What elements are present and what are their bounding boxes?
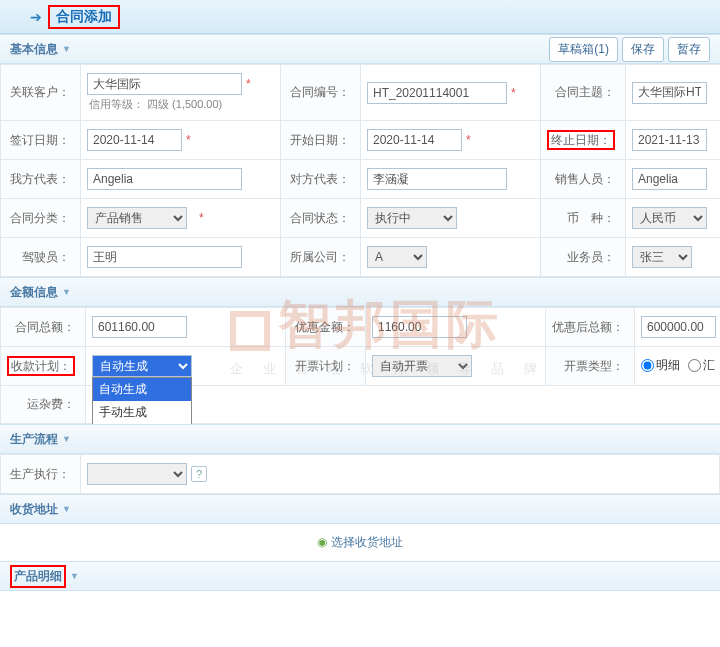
arrow-circle-icon: ◉: [317, 535, 327, 549]
label-end-date: 终止日期：: [547, 130, 615, 150]
chevron-down-icon: ▼: [70, 571, 79, 581]
dropdown-option[interactable]: 自动生成: [93, 378, 191, 401]
invoice-type-summary-radio[interactable]: [688, 359, 701, 372]
arrow-right-icon: ➔: [30, 9, 42, 25]
contract-no-input[interactable]: [367, 82, 507, 104]
basic-info-table: 关联客户： * 信用等级： 四级 (1,500.00) 合同编号： * 合同主题…: [0, 64, 720, 277]
section-label: 金额信息: [10, 284, 58, 301]
label-invoice-type: 开票类型：: [546, 347, 635, 386]
chevron-down-icon: ▼: [62, 287, 71, 297]
start-date-input[interactable]: [367, 129, 462, 151]
page-header: ➔ 合同添加: [0, 0, 720, 34]
select-address-link[interactable]: ◉选择收货地址: [0, 524, 720, 561]
section-shipaddr[interactable]: 收货地址 ▼: [0, 494, 720, 524]
label-after-discount: 优惠后总额：: [546, 308, 635, 347]
invoice-type-detail-radio[interactable]: [641, 359, 654, 372]
save-button[interactable]: 保存: [622, 37, 664, 62]
help-icon[interactable]: ?: [191, 466, 207, 482]
label-invoice-plan: 开票计划：: [286, 347, 366, 386]
sign-date-input[interactable]: [87, 129, 182, 151]
customer-input[interactable]: [87, 73, 242, 95]
our-rep-input[interactable]: [87, 168, 242, 190]
invoice-plan-select[interactable]: 自动开票: [372, 355, 472, 377]
exec-select[interactable]: [87, 463, 187, 485]
dropdown-option[interactable]: 手动生成: [93, 401, 191, 424]
clerk-select[interactable]: 张三: [632, 246, 692, 268]
radio-label: 明细: [656, 357, 680, 374]
chevron-down-icon: ▼: [62, 504, 71, 514]
company-select[interactable]: A: [367, 246, 427, 268]
end-date-input[interactable]: [632, 129, 707, 151]
label-clerk: 业务员：: [541, 238, 626, 277]
section-process[interactable]: 生产流程 ▼: [0, 424, 720, 454]
label-currency: 币 种：: [541, 199, 626, 238]
status-select[interactable]: 执行中: [367, 207, 457, 229]
label-category: 合同分类：: [1, 199, 81, 238]
after-discount-input[interactable]: [641, 316, 716, 338]
chevron-down-icon: ▼: [62, 434, 71, 444]
receipt-plan-dropdown: 自动生成 手动生成 分期回款 出库自动收款 发货自动收款 开票自动收款 对账手动…: [92, 377, 192, 424]
chevron-down-icon: ▼: [62, 44, 71, 54]
temp-save-button[interactable]: 暂存: [668, 37, 710, 62]
subject-input[interactable]: [632, 82, 707, 104]
section-amount-info[interactable]: 金额信息 ▼: [0, 277, 720, 307]
label-our-rep: 我方代表：: [1, 160, 81, 199]
label-sales: 销售人员：: [541, 160, 626, 199]
discount-input[interactable]: [372, 316, 467, 338]
label-sign-date: 签订日期：: [1, 121, 81, 160]
section-label: 基本信息: [10, 41, 58, 58]
currency-select[interactable]: 人民币: [632, 207, 707, 229]
page-title: 合同添加: [48, 5, 120, 29]
label-driver: 驾驶员：: [1, 238, 81, 277]
driver-input[interactable]: [87, 246, 242, 268]
total-input[interactable]: [92, 316, 187, 338]
label-company: 所属公司：: [281, 238, 361, 277]
label-receipt-plan: 收款计划：: [7, 356, 75, 376]
select-address-label: 选择收货地址: [331, 535, 403, 549]
draft-button[interactable]: 草稿箱(1): [549, 37, 618, 62]
label-freight: 运杂费：: [1, 386, 86, 424]
section-basic-info[interactable]: 基本信息 ▼ 草稿箱(1) 保存 暂存: [0, 34, 720, 64]
label-subject: 合同主题：: [541, 65, 626, 121]
their-rep-input[interactable]: [367, 168, 507, 190]
section-label: 收货地址: [10, 501, 58, 518]
process-table: 生产执行： ?: [0, 454, 720, 494]
label-their-rep: 对方代表：: [281, 160, 361, 199]
credit-value: 四级 (1,500.00): [147, 98, 222, 110]
label-status: 合同状态：: [281, 199, 361, 238]
label-credit: 信用等级：: [89, 98, 144, 110]
amount-info-table: 合同总额： 优惠金额： 优惠后总额： 收款计划： 自动生成 自动生成 手动生成 …: [0, 307, 720, 424]
label-customer: 关联客户：: [1, 65, 81, 121]
section-product[interactable]: 产品明细 ▼: [0, 561, 720, 591]
sales-input[interactable]: [632, 168, 707, 190]
label-total: 合同总额：: [1, 308, 86, 347]
receipt-plan-select[interactable]: 自动生成: [92, 355, 192, 377]
label-discount: 优惠金额：: [286, 308, 366, 347]
category-select[interactable]: 产品销售: [87, 207, 187, 229]
label-contract-no: 合同编号：: [281, 65, 361, 121]
radio-label: 汇: [703, 357, 715, 374]
section-label: 生产流程: [10, 431, 58, 448]
label-start-date: 开始日期：: [281, 121, 361, 160]
label-exec: 生产执行：: [1, 455, 81, 494]
section-label: 产品明细: [10, 565, 66, 588]
